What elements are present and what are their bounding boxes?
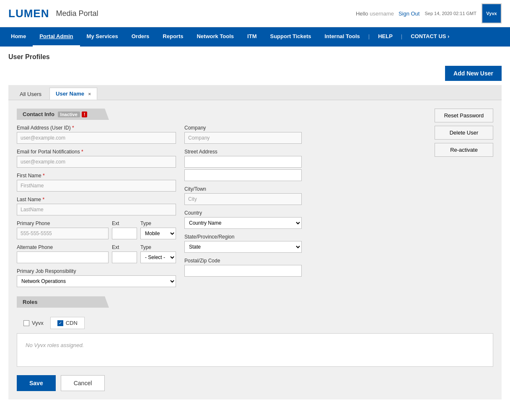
nav-separator-1: | <box>367 27 371 47</box>
roles-tab-cdn[interactable]: ✓ CDN <box>50 317 85 329</box>
add-new-user-button[interactable]: Add New User <box>445 66 502 81</box>
date-time: Sep 14, 2020 02:11 GMT <box>425 11 476 16</box>
postal-group: Postal/Zip Code <box>184 258 426 277</box>
email-label: Email Address (User ID) * <box>17 125 176 131</box>
first-name-input[interactable] <box>17 180 176 192</box>
form-left-column: Email Address (User ID) * Email for Port… <box>17 125 176 292</box>
alt-phone-group: Alternate Phone Ext Type <box>17 244 176 263</box>
state-select[interactable]: State CA NY TX <box>184 241 302 253</box>
primary-ext-label: Ext <box>112 220 137 226</box>
alt-phone-label: Alternate Phone <box>17 244 109 250</box>
section-header-wrapper: Contact Info Inactive ! <box>17 109 426 120</box>
top-actions: Add New User <box>8 66 502 81</box>
first-name-group: First Name * <box>17 173 176 192</box>
first-name-required: * <box>43 173 45 179</box>
nav-itm[interactable]: ITM <box>241 27 263 47</box>
job-select[interactable]: Network Operations IT Management Operati… <box>17 275 176 287</box>
job-label: Primary Job Responsibility <box>17 268 176 274</box>
company-input[interactable] <box>184 132 302 144</box>
contact-section-wrapper: Contact Info Inactive ! Email Address (U… <box>17 109 493 292</box>
city-label: City/Town <box>184 186 426 192</box>
email-portal-input[interactable] <box>17 156 176 168</box>
sign-out-link[interactable]: Sign Out <box>399 10 420 17</box>
form-main: Email Address (User ID) * Email for Port… <box>17 125 426 292</box>
reset-password-button[interactable]: Reset Password <box>435 109 493 122</box>
inactive-badge: Inactive <box>58 111 80 117</box>
delete-user-button[interactable]: Delete User <box>435 126 493 140</box>
state-group: State/Province/Region State CA NY TX <box>184 234 426 253</box>
city-input[interactable] <box>184 193 302 205</box>
roles-tabs: Vyvx ✓ CDN <box>17 313 493 333</box>
alt-phone-input[interactable] <box>17 251 109 263</box>
reactivate-button[interactable]: Re-activate <box>435 143 493 157</box>
no-roles-message: No Vyvx roles assigned. <box>26 342 84 348</box>
lumen-logo: LUMEN <box>8 7 49 20</box>
primary-ext-field: Ext <box>112 220 137 239</box>
cancel-button[interactable]: Cancel <box>61 375 105 391</box>
email-portal-group: Email for Portal Notifications * <box>17 149 176 168</box>
contact-info-header: Contact Info Inactive ! <box>17 109 109 120</box>
company-group: Company <box>184 125 426 144</box>
roles-header: Roles <box>17 296 109 308</box>
right-actions: Reset Password Delete User Re-activate <box>435 109 493 292</box>
alt-phone-row: Alternate Phone Ext Type <box>17 244 176 263</box>
nav-internal-tools[interactable]: Internal Tools <box>318 27 367 47</box>
vyvx-checkbox[interactable] <box>23 320 29 326</box>
last-name-label: Last Name * <box>17 197 176 202</box>
alt-ext-input[interactable] <box>112 251 137 263</box>
country-select[interactable]: Country Name United States Canada United… <box>184 217 302 229</box>
main-nav: Home Portal Admin My Services Orders Rep… <box>0 27 510 47</box>
primary-phone-row: Primary Phone Ext Type <box>17 220 176 239</box>
street-label: Street Address <box>184 149 426 155</box>
primary-type-select[interactable]: Mobile Work Home Other <box>140 228 176 239</box>
postal-label: Postal/Zip Code <box>184 258 426 264</box>
street-input-2[interactable] <box>184 169 302 181</box>
primary-phone-group: Primary Phone Ext Type <box>17 220 176 239</box>
logo-area: LUMEN Media Portal <box>8 7 98 20</box>
cdn-checkbox[interactable]: ✓ <box>57 320 63 326</box>
tab-user-name[interactable]: User Name × <box>49 88 97 100</box>
city-group: City/Town <box>184 186 426 205</box>
country-label: Country <box>184 210 426 216</box>
tab-all-users[interactable]: All Users <box>13 88 48 100</box>
nav-my-services[interactable]: My Services <box>80 27 125 47</box>
hello-section: Hello username Sign Out <box>356 10 420 17</box>
email-portal-label: Email for Portal Notifications * <box>17 149 176 155</box>
nav-separator-2: | <box>399 27 404 47</box>
form-container: Contact Info Inactive ! Email Address (U… <box>8 100 502 399</box>
roles-section-header-wrapper: Roles <box>17 296 493 308</box>
page-title: User Profiles <box>8 53 502 61</box>
tab-close-icon[interactable]: × <box>88 91 91 96</box>
error-indicator: ! <box>82 111 88 117</box>
bottom-actions: Save Cancel <box>17 375 493 391</box>
postal-input[interactable] <box>184 265 302 277</box>
nav-support-tickets[interactable]: Support Tickets <box>263 27 318 47</box>
last-name-group: Last Name * <box>17 197 176 215</box>
email-required: * <box>72 125 74 131</box>
alt-type-select[interactable]: - Select - Mobile Work Home Other <box>140 251 176 263</box>
tabs-area: All Users User Name × <box>8 85 502 100</box>
email-input[interactable] <box>17 132 176 144</box>
street-input-1[interactable] <box>184 156 302 168</box>
nav-contact-us[interactable]: CONTACT US › <box>404 27 456 47</box>
roles-tab-vyvx[interactable]: Vyvx <box>17 317 50 329</box>
nav-network-tools[interactable]: Network Tools <box>190 27 241 47</box>
last-name-required: * <box>42 197 44 202</box>
primary-phone-input[interactable] <box>17 228 109 239</box>
last-name-input[interactable] <box>17 204 176 215</box>
header-right: Hello username Sign Out Sep 14, 2020 02:… <box>356 3 502 23</box>
primary-phone-label: Primary Phone <box>17 220 109 226</box>
alt-type-label: Type <box>140 244 176 250</box>
top-header: LUMEN Media Portal Hello username Sign O… <box>0 0 510 27</box>
nav-orders[interactable]: Orders <box>125 27 156 47</box>
roles-content: No Vyvx roles assigned. <box>17 333 493 367</box>
country-group: Country Country Name United States Canad… <box>184 210 426 229</box>
nav-help[interactable]: HELP <box>371 27 399 47</box>
save-button[interactable]: Save <box>17 375 56 391</box>
email-group: Email Address (User ID) * <box>17 125 176 144</box>
primary-type-label: Type <box>140 220 176 226</box>
nav-home[interactable]: Home <box>4 27 33 47</box>
primary-ext-input[interactable] <box>112 228 137 239</box>
nav-portal-admin[interactable]: Portal Admin <box>33 27 80 47</box>
nav-reports[interactable]: Reports <box>156 27 190 47</box>
